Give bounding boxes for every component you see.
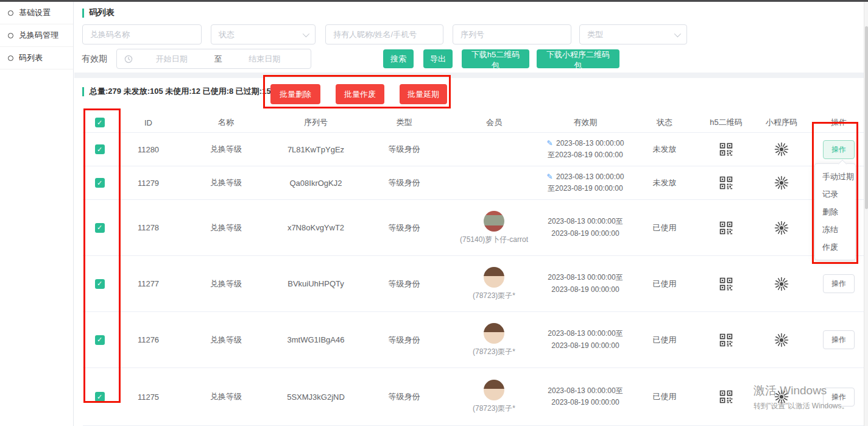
menu-item-delete[interactable]: 删除 <box>815 203 855 221</box>
batch-invalidate-button[interactable]: 批量作废 <box>336 84 384 104</box>
type-select[interactable]: 类型 <box>579 24 687 44</box>
edit-pencil-icon[interactable]: ✎ <box>547 139 555 147</box>
export-button[interactable]: 导出 <box>423 49 453 68</box>
cell-serial: Qa08IkrOgKJ2 <box>272 179 360 188</box>
cell-h5-qr <box>698 221 754 235</box>
sidebar: 基础设置 兑换码管理 码列表 <box>0 2 74 426</box>
table-header-row: ✓ ID 名称 序列号 类型 会员 有效期 状态 h5二维码 小程序码 操作 <box>83 113 868 133</box>
cell-status: 未发放 <box>631 177 698 188</box>
cell-validity: ✎ 2023-08-13 00:00:00至2023-08-19 00:00:0… <box>540 138 631 161</box>
cell-type: 等级身份 <box>360 279 448 289</box>
summary-stats: 总量:279 未发放:105 未使用:12 已使用:8 已过期:154 <box>82 86 275 97</box>
cell-serial: 5SXMJ3kG2jND <box>272 392 360 402</box>
member-label: (78723)栗子* <box>473 347 515 357</box>
cell-validity: 2023-08-13 00:00:00至2023-08-19 00:00:00 <box>540 216 631 239</box>
end-date-input[interactable]: 结束日期 <box>226 54 304 65</box>
sidebar-item-basic-settings[interactable]: 基础设置 <box>0 2 73 24</box>
row-checkbox[interactable]: ✓ <box>95 178 105 188</box>
cell-status: 未发放 <box>631 144 698 155</box>
row-checkbox[interactable]: ✓ <box>95 144 105 154</box>
table-panel: 总量:279 未发放:105 未使用:12 已使用:8 已过期:154 批量删除… <box>74 78 868 426</box>
header-member: 会员 <box>448 117 540 128</box>
mini-program-code-icon <box>774 389 789 404</box>
start-date-input[interactable]: 开始日期 <box>133 54 211 65</box>
validity-line2: 至2023-08-19 00:00:00 <box>548 183 623 194</box>
holder-input[interactable]: 持有人昵称/姓名/手机号 <box>325 24 443 44</box>
header-serial: 序列号 <box>272 117 360 128</box>
menu-item-records[interactable]: 记录 <box>815 185 855 203</box>
validity-line2: 2023-08-19 00:00:00 <box>551 284 619 296</box>
member-avatar <box>484 211 504 232</box>
cell-validity: 2023-08-13 00:00:00至2023-08-19 00:00:00 <box>540 272 631 295</box>
row-checkbox[interactable]: ✓ <box>95 223 105 233</box>
validity-line1: 2023-08-13 00:00:00至 <box>548 217 623 225</box>
row-action-button[interactable]: 操作 <box>823 140 855 159</box>
cell-type: 等级身份 <box>360 391 448 402</box>
download-h5-qr-package-button[interactable]: 下载h5二维码包 <box>462 49 529 68</box>
table-row: ✓11278兑换等级x7N8oKvgYwT2等级身份(75140)萝卜仔-car… <box>83 200 868 256</box>
table-row: ✓11277兑换等级BVkuiUhHPQTy等级身份(78723)栗子*2023… <box>83 256 868 312</box>
vertical-scrollbar[interactable] <box>864 2 868 426</box>
cell-status: 已使用 <box>631 222 698 233</box>
menu-item-freeze[interactable]: 冻结 <box>815 221 855 238</box>
validity-line1: 2023-08-13 00:00:00至 <box>548 329 623 338</box>
header-name: 名称 <box>180 117 272 128</box>
status-select-placeholder: 状态 <box>219 29 235 40</box>
cell-miniprogram-code <box>754 176 809 190</box>
select-all-checkbox[interactable]: ✓ <box>95 118 105 127</box>
cell-status: 已使用 <box>631 279 698 289</box>
batch-delete-button[interactable]: 批量删除 <box>270 84 320 104</box>
table-row: ✓11280兑换等级7L81KwTpYgEz等级身份✎ 2023-08-13 0… <box>83 133 868 166</box>
row-checkbox[interactable]: ✓ <box>95 279 105 289</box>
cell-id: 11275 <box>116 392 180 402</box>
cell-validity: 2023-08-13 00:00:00至2023-08-19 00:00:00 <box>540 385 631 408</box>
row-checkbox[interactable]: ✓ <box>95 335 105 345</box>
cell-member: (75140)萝卜仔-carrot <box>448 211 540 245</box>
qr-code-icon <box>719 390 733 403</box>
validity-line2: 至2023-08-19 00:00:00 <box>548 149 623 161</box>
validity-line1: 2023-08-13 00:00:00 <box>556 139 624 147</box>
cell-h5-qr <box>698 143 754 156</box>
menu-item-invalidate[interactable]: 作废 <box>815 238 855 256</box>
qr-code-icon <box>719 277 733 291</box>
summary-accent-bar <box>82 87 84 96</box>
sidebar-item-code-management[interactable]: 兑换码管理 <box>0 24 73 47</box>
edit-pencil-icon[interactable]: ✎ <box>547 172 555 181</box>
cell-type: 等级身份 <box>360 335 448 346</box>
cell-name: 兑换等级 <box>180 279 272 289</box>
download-miniprogram-qr-package-button[interactable]: 下载小程序二维码包 <box>537 49 619 68</box>
header-validity: 有效期 <box>540 117 631 128</box>
mini-program-code-icon <box>774 221 789 235</box>
table-row: ✓11279兑换等级Qa08IkrOgKJ2等级身份✎ 2023-08-13 0… <box>83 166 868 200</box>
row-action-button[interactable]: 操作 <box>823 274 855 293</box>
cell-validity: ✎ 2023-08-13 00:00:00至2023-08-19 00:00:0… <box>540 171 631 194</box>
mini-program-code-icon <box>774 277 789 291</box>
date-range-picker[interactable]: 开始日期 至 结束日期 <box>116 49 311 69</box>
page-title: 码列表 <box>82 7 115 18</box>
header-miniprogram-code: 小程序码 <box>754 117 809 128</box>
batch-extend-button[interactable]: 批量延期 <box>400 84 447 104</box>
row-checkbox[interactable]: ✓ <box>95 392 105 402</box>
validity-line2: 2023-08-19 00:00:00 <box>551 340 619 352</box>
action-dropdown-menu: 手动过期 记录 删除 冻结 作废 <box>814 163 856 260</box>
member-avatar <box>484 380 504 400</box>
cell-h5-qr <box>698 277 754 291</box>
cell-status: 已使用 <box>631 391 698 402</box>
status-select[interactable]: 状态 <box>211 24 316 44</box>
cell-name: 兑换等级 <box>180 335 272 346</box>
qr-code-icon <box>719 333 733 347</box>
validity-line1: 2023-08-13 00:00:00 <box>556 172 624 181</box>
cell-id: 11278 <box>116 223 180 232</box>
serial-input[interactable]: 序列号 <box>453 24 571 44</box>
header-status: 状态 <box>631 117 698 128</box>
member-label: (78723)栗子* <box>473 403 515 414</box>
scrollbar-thumb[interactable] <box>865 26 868 209</box>
qr-code-icon <box>719 221 733 235</box>
menu-item-manual-expire[interactable]: 手动过期 <box>815 168 855 185</box>
row-action-button[interactable]: 操作 <box>823 388 855 406</box>
code-name-input[interactable]: 兑换码名称 <box>82 24 202 44</box>
search-button[interactable]: 搜索 <box>383 49 414 68</box>
validity-line1: 2023-08-13 00:00:00至 <box>548 386 623 395</box>
row-action-button[interactable]: 操作 <box>823 330 855 349</box>
sidebar-item-code-list[interactable]: 码列表 <box>0 47 73 69</box>
